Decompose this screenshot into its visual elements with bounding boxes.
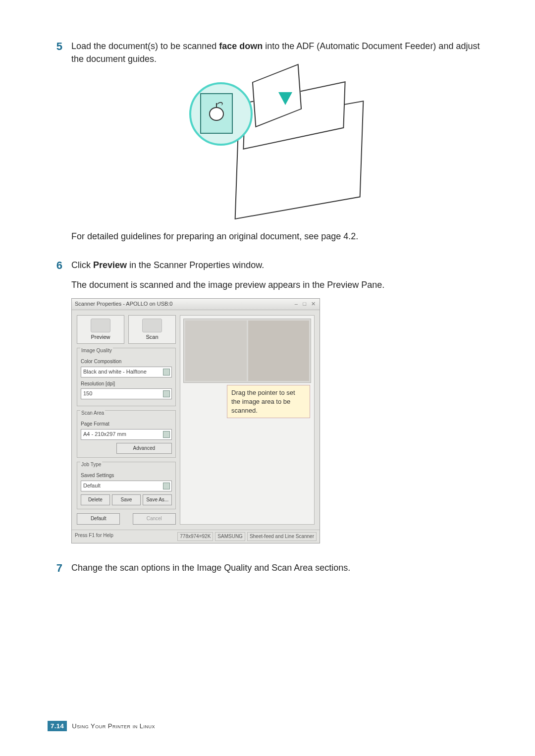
color-comp-combo[interactable]: Black and white - Halftone [81,367,172,378]
status-help: Press F1 for Help [75,532,175,541]
step6-a: Click [71,260,93,270]
page-format-combo[interactable]: A4 - 210x297 mm [81,429,172,440]
cancel-button[interactable]: Cancel [133,513,176,525]
status-vendor: SAMSUNG [215,532,245,541]
status-size: 778x974=92K [177,532,213,541]
step6-b: in the Scanner Properties window. [127,260,264,270]
page-number: 7.14 [48,721,67,731]
saved-settings-label: Saved Settings [81,472,172,480]
job-type-group: Job Type Saved Settings Default Delete S… [77,462,176,509]
scan-button[interactable]: Scan [128,315,176,344]
resolution-combo[interactable]: 150 [81,388,172,399]
scan-area-group: Scan Area Page Format A4 - 210x297 mm Ad… [77,410,176,458]
saved-settings-combo[interactable]: Default [81,481,172,491]
color-comp-label: Color Composition [81,358,172,366]
arrow-down-icon [278,92,292,105]
close-icon[interactable]: ✕ [310,300,317,308]
step5-text-2: For detailed guidelines for preparing an… [71,230,490,243]
scanner-properties-window: Scanner Properties - APOLLO on USB:0 – □… [71,298,320,543]
job-type-legend: Job Type [80,461,102,469]
apple-icon [209,107,224,121]
zoom-bubble [189,82,253,146]
step6-bold: Preview [93,260,127,270]
save-button[interactable]: Save [112,494,141,506]
step-number-6: 6 [45,259,71,548]
preview-pane[interactable]: Drag the pointer to set the image area t… [180,315,315,524]
image-quality-group: Image Quality Color Composition Black an… [77,348,176,406]
maximize-icon[interactable]: □ [301,300,308,308]
save-as-button[interactable]: Save As... [143,494,172,506]
footer-section-title: Using Your Printer in Linux [72,722,155,730]
printer-illustration [189,72,373,221]
step5-bold: face down [219,41,263,51]
status-type: Sheet-feed and Line Scanner [247,532,317,541]
step5-a: Load the document(s) to be scanned [71,41,219,51]
preview-label: Preview [91,334,110,340]
step5-text-1: Load the document(s) to be scanned face … [71,40,490,65]
default-button[interactable]: Default [77,513,120,525]
preview-button[interactable]: Preview [77,315,124,344]
image-quality-legend: Image Quality [80,347,113,355]
page-format-label: Page Format [81,421,172,428]
scan-label: Scan [146,334,158,340]
preview-icon [91,319,110,332]
window-title: Scanner Properties - APOLLO on USB:0 [75,300,173,308]
scan-area-legend: Scan Area [80,410,105,417]
step6-text-2: The document is scanned and the image pr… [71,278,490,291]
step7-text: Change the scan options in the Image Qua… [71,561,490,574]
step6-text-1: Click Preview in the Scanner Properties … [71,259,490,271]
minimize-icon[interactable]: – [293,300,300,308]
scan-icon [142,319,162,332]
callout-tooltip: Drag the pointer to set the image area t… [227,385,310,418]
step-number-7: 7 [45,561,71,581]
resolution-label: Resolution [dpi] [81,380,172,388]
advanced-button[interactable]: Advanced [116,443,172,454]
delete-button[interactable]: Delete [81,494,110,506]
preview-thumbnail [183,319,311,383]
step-number-5: 5 [45,40,71,250]
